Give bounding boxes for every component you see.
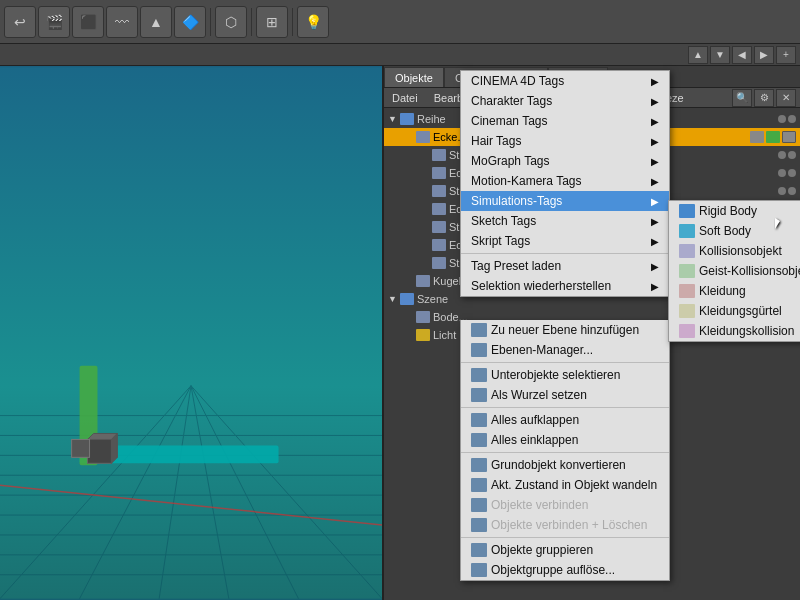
ctx-item-sketch-tags[interactable]: Sketch Tags▶ [461, 211, 669, 231]
submenu-item-2[interactable]: Kollisionsobjekt [669, 241, 800, 261]
tool-curve[interactable]: 〰 [106, 6, 138, 38]
submenu-icon-3 [679, 264, 695, 278]
ctx-label: Skript Tags [471, 234, 530, 248]
ctx-label: Simulations-Tags [471, 194, 562, 208]
view-rt[interactable]: ▶ [754, 46, 774, 64]
ctx-lower-item-9[interactable]: Grundobjekt konvertieren [461, 455, 669, 475]
sep1 [210, 8, 211, 36]
ctx-lower-label: Objekte gruppieren [491, 543, 593, 557]
tree-icon [432, 221, 446, 233]
tree-icon [432, 185, 446, 197]
ctx-item-selektion-wiederherstellen[interactable]: Selektion wiederherstellen▶ [461, 276, 669, 296]
view-lt[interactable]: ◀ [732, 46, 752, 64]
ctx-lower-sep-2 [461, 362, 669, 363]
ctx-lower-item-7[interactable]: Alles einklappen [461, 430, 669, 450]
ctx-item-charakter-tags[interactable]: Charakter Tags▶ [461, 91, 669, 111]
view-dn[interactable]: ▼ [710, 46, 730, 64]
viewport-scene [0, 66, 382, 600]
dot-vis [778, 151, 786, 159]
close-icon[interactable]: ✕ [776, 89, 796, 107]
submenu-icon-5 [679, 304, 695, 318]
tab-objekte[interactable]: Objekte [384, 67, 444, 87]
view-more[interactable]: + [776, 46, 796, 64]
dot-render [788, 151, 796, 159]
submenu-label: Rigid Body [699, 204, 757, 218]
submenu-icon-1 [679, 224, 695, 238]
ctx-lower-item-14[interactable]: Objekte gruppieren [461, 540, 669, 560]
ctx-lower-sep-13 [461, 537, 669, 538]
viewport-3d[interactable] [0, 66, 384, 600]
search-icon[interactable]: 🔍 [732, 89, 752, 107]
submenu-label: Soft Body [699, 224, 751, 238]
ctx-lower-icon-9 [471, 458, 487, 472]
submenu-item-5[interactable]: Kleidungsgürtel [669, 301, 800, 321]
ctx-item-skript-tags[interactable]: Skript Tags▶ [461, 231, 669, 251]
ctx-arrow: ▶ [651, 136, 659, 147]
ctx-lower-icon-6 [471, 413, 487, 427]
main-toolbar: ↩ 🎬 ⬛ 〰 ▲ 🔷 ⬡ ⊞ 💡 [0, 0, 800, 44]
ctx-lower-item-4[interactable]: Als Wurzel setzen [461, 385, 669, 405]
ctx-label: Sketch Tags [471, 214, 536, 228]
ctx-lower-label: Ebenen-Manager... [491, 343, 593, 357]
ctx-lower-item-15[interactable]: Objektgruppe auflöse... [461, 560, 669, 580]
ctx-lower-label: Akt. Zustand in Objekt wandeln [491, 478, 657, 492]
tool-light[interactable]: 💡 [297, 6, 329, 38]
ctx-item-mograph-tags[interactable]: MoGraph Tags▶ [461, 151, 669, 171]
ctx-lower-icon-11 [471, 498, 487, 512]
ctx-label: Motion-Kamera Tags [471, 174, 582, 188]
ctx-lower-icon-7 [471, 433, 487, 447]
tool-cube[interactable]: ⬛ [72, 6, 104, 38]
submenu-item-6[interactable]: Kleidungskollision [669, 321, 800, 341]
dot-render [788, 169, 796, 177]
ctx-item-hair-tags[interactable]: Hair Tags▶ [461, 131, 669, 151]
ctx-item-motion-kamera-tags[interactable]: Motion-Kamera Tags▶ [461, 171, 669, 191]
tool-extrude[interactable]: ▲ [140, 6, 172, 38]
main-area: Objekte Content Browser Struktur Datei B… [0, 66, 800, 600]
view-up[interactable]: ▲ [688, 46, 708, 64]
ctx-lower-item-6[interactable]: Alles aufklappen [461, 410, 669, 430]
submenu-item-1[interactable]: Soft Body [669, 221, 800, 241]
submenu-item-3[interactable]: Geist-Kollisionsobje... [669, 261, 800, 281]
ctx-lower-label: Objektgruppe auflöse... [491, 563, 615, 577]
tree-icon [432, 149, 446, 161]
ctx-lower-icon-1 [471, 343, 487, 357]
submenu-label: Kollisionsobjekt [699, 244, 782, 258]
ctx-label: Selektion wiederherstellen [471, 279, 611, 293]
ctx-item-simulations-tags[interactable]: Simulations-Tags▶ [461, 191, 669, 211]
ctx-item-cineman-tags[interactable]: Cineman Tags▶ [461, 111, 669, 131]
tree-arrow: ▼ [388, 114, 400, 124]
ctx-lower-icon-10 [471, 478, 487, 492]
ctx-label: MoGraph Tags [471, 154, 550, 168]
ctx-lower-item-3[interactable]: Unterobjekte selektieren [461, 365, 669, 385]
ctx-item-tag-preset-laden[interactable]: Tag Preset laden▶ [461, 256, 669, 276]
submenu-icon-4 [679, 284, 695, 298]
ctx-lower-icon-15 [471, 563, 487, 577]
tree-icon [400, 293, 414, 305]
ctx-lower-icon-3 [471, 368, 487, 382]
context-menu-tags: CINEMA 4D Tags▶Charakter Tags▶Cineman Ta… [460, 70, 670, 297]
ctx-lower-icon-0 [471, 323, 487, 337]
submenu-item-0[interactable]: Rigid Body [669, 201, 800, 221]
tree-arrow: ▼ [388, 294, 400, 304]
tree-icon [432, 257, 446, 269]
ctx-arrow: ▶ [651, 196, 659, 207]
tool-subdiv[interactable]: ⬡ [215, 6, 247, 38]
submenu-item-4[interactable]: Kleidung [669, 281, 800, 301]
ctx-lower-sep-5 [461, 407, 669, 408]
ctx-lower-item-10[interactable]: Akt. Zustand in Objekt wandeln [461, 475, 669, 495]
tree-icon [416, 329, 430, 341]
dot-green [766, 131, 780, 143]
ctx-lower-item-1[interactable]: Ebenen-Manager... [461, 340, 669, 360]
tool-undo[interactable]: ↩ [4, 6, 36, 38]
tool-film[interactable]: 🎬 [38, 6, 70, 38]
menu-datei[interactable]: Datei [384, 88, 426, 108]
ctx-lower-icon-14 [471, 543, 487, 557]
tool-spline[interactable]: 🔷 [174, 6, 206, 38]
ctx-lower-item-0[interactable]: Zu neuer Ebene hinzufügen [461, 320, 669, 340]
sep2 [251, 8, 252, 36]
ctx-lower-label: Unterobjekte selektieren [491, 368, 620, 382]
ctx-item-cinema-4d-tags[interactable]: CINEMA 4D Tags▶ [461, 71, 669, 91]
ctx-arrow: ▶ [651, 96, 659, 107]
tool-mograph[interactable]: ⊞ [256, 6, 288, 38]
settings-icon[interactable]: ⚙ [754, 89, 774, 107]
